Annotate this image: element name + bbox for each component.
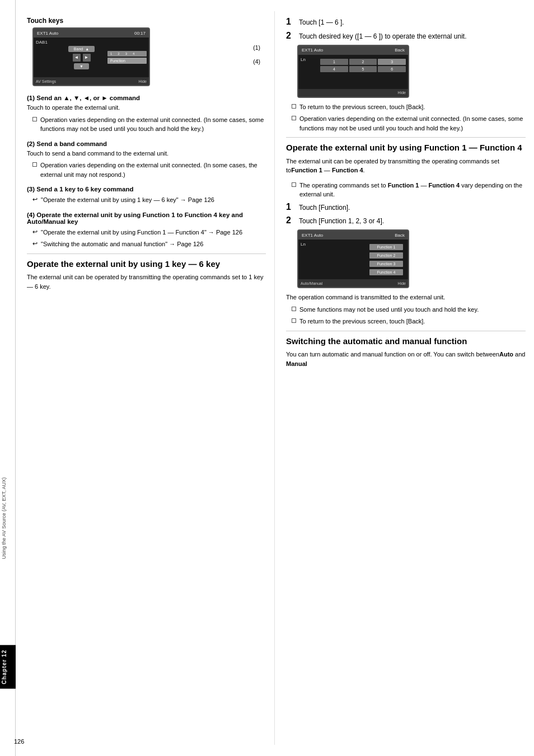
sub1-body: Touch to operate the external unit.: [27, 103, 266, 112]
sub4-bullet1-text: "Operate the external unit by using Func…: [41, 228, 266, 237]
touch-keys-title: Touch keys: [27, 17, 266, 25]
step4-note: The operation command is transmitted to …: [286, 293, 526, 302]
label-1: (1): [253, 44, 260, 51]
sub2-bullet1-text: Operation varies depending on the extern…: [40, 161, 266, 179]
step4-number: 2: [286, 215, 296, 226]
page-number: 126: [14, 738, 24, 745]
step2-number: 2: [286, 31, 296, 41]
nav-buttons: ◄ ►: [73, 54, 91, 62]
step2-bullet1-text: To return to the previous screen, touch …: [299, 102, 526, 112]
func3-btn: Function 3: [369, 261, 403, 267]
screen-right-btns: 1234 Function: [107, 40, 147, 75]
sub3-bullet1: ↩ "Operate the external unit by using 1 …: [32, 195, 266, 205]
section2-bullet1-text: The operating commands set to Function 1…: [299, 181, 526, 199]
one-to-four-row: 1234: [107, 51, 147, 57]
screen3-header: EXT1 Auto Back: [298, 231, 408, 240]
screen3-body: Ln Function 1 Function 2 Function 3 Func…: [298, 240, 408, 279]
divider: [27, 253, 266, 254]
screen-dab: DAB1: [36, 40, 55, 75]
bullet-icon: [292, 318, 296, 323]
sub-section-2: (2) Send a band command Touch to send a …: [27, 140, 266, 180]
step4-bullet2: To return to the previous screen, touch …: [292, 317, 526, 326]
band-btn: Band ▲: [68, 46, 95, 52]
bullet-icon: [292, 116, 296, 120]
screen-controls: Band ▲ ◄ ► ▼: [55, 40, 107, 75]
screen-body: DAB1 Band ▲ ◄ ►: [34, 37, 149, 77]
sub3-bullet1-text: "Operate the external unit by using 1 ke…: [41, 195, 266, 205]
device-diagram: (1) (2) (3) (4): [27, 27, 266, 86]
sidebar-label: Using the AV Source (AV, EXT, AUX): [0, 476, 16, 560]
step2-bullet2-text: Operation varies depending on the extern…: [299, 114, 526, 133]
step3-number: 1: [286, 202, 296, 212]
section2-bullet1: The operating commands set to Function 1…: [292, 181, 526, 199]
step1-number: 1: [286, 17, 296, 27]
step-4: 2 Touch [Function 1, 2, 3 or 4].: [286, 215, 526, 226]
step2-text: Touch desired key ([1 — 6 ]) to operate …: [299, 32, 526, 41]
screen-mockup: EXT1 Auto 00:17 DAB1 Band: [32, 27, 150, 86]
screen-function: EXT1 Auto Back Ln Function 1 Function 2 …: [297, 229, 409, 288]
main-content: Touch keys (1) (2) (3): [16, 0, 534, 756]
sub4-bullet2-text: "Switching the automatic and manual func…: [41, 240, 266, 249]
screen2-ln: Ln: [301, 57, 320, 87]
func-buttons-list: Function 1 Function 2 Function 3 Functio…: [320, 242, 406, 277]
num-5: 5: [349, 66, 377, 72]
bullet-icon: [32, 117, 37, 121]
sub-section-1: (1) Send an ▲, ▼, ◄, or ► command Touch …: [27, 95, 266, 134]
sub-section-4: (4) Operate the external unit by using F…: [27, 212, 266, 249]
left-column: Touch keys (1) (2) (3): [16, 11, 275, 745]
step2-bullet2: Operation varies depending on the extern…: [292, 114, 526, 133]
sub4-bullet2: ↩ "Switching the automatic and manual fu…: [32, 240, 266, 249]
arrow-icon: ↩: [32, 240, 38, 247]
sub2-heading: (2) Send a band command: [27, 140, 266, 147]
bullet-icon: [292, 104, 296, 109]
func1-btn: Function 1: [369, 244, 403, 250]
bullet-icon: [292, 182, 296, 187]
screen-1to6: EXT1 Auto Back Ln 1 2 3 4: [297, 45, 409, 98]
screen-footer: AV Settings Hide: [34, 77, 149, 85]
chapter-box: Chapter 12: [0, 645, 16, 689]
divider3: [286, 331, 526, 331]
section3-heading: Switching the automatic and manual funct…: [286, 336, 526, 347]
sub2-bullet1: Operation varies depending on the extern…: [32, 161, 266, 179]
step2-bullet1: To return to the previous screen, touch …: [292, 102, 526, 112]
num-2: 2: [349, 59, 377, 65]
section2-heading: Operate the external unit by using Funct…: [286, 142, 526, 153]
arrow-icon: ↩: [32, 228, 38, 236]
screen2-body: Ln 1 2 3 4 5 6: [298, 55, 408, 89]
num-1: 1: [320, 59, 348, 65]
sidebar: Chapter 12 Using the AV Source (AV, EXT,…: [0, 0, 16, 756]
step3-text: Touch [Function].: [299, 203, 526, 213]
step4-bullet2-text: To return to the previous screen, touch …: [299, 317, 526, 326]
function-btn: Function: [107, 58, 147, 64]
section2: Operate the external unit by using Funct…: [286, 142, 526, 199]
section1-intro: The external unit can be operated by tra…: [27, 273, 266, 291]
sub-section-3: (3) Send a 1 key to 6 key command ↩ "Ope…: [27, 186, 266, 205]
section3: Switching the automatic and manual funct…: [286, 336, 526, 369]
sub1-heading: (1) Send an ▲, ▼, ◄, or ► command: [27, 95, 266, 101]
func4-btn: Function 4: [369, 269, 403, 275]
section1-heading: Operate the external unit by using 1 key…: [27, 259, 266, 270]
step4-bullet1: Some functions may not be used until you…: [292, 305, 526, 314]
touch-keys-section: Touch keys (1) (2) (3): [27, 17, 266, 86]
sub1-bullet1-text: Operation varies depending on the extern…: [40, 115, 266, 134]
sub4-bullet1: ↩ "Operate the external unit by using Fu…: [32, 228, 266, 237]
step4-text: Touch [Function 1, 2, 3 or 4].: [299, 217, 526, 226]
screen2-num-grid: 1 2 3 4 5 6: [320, 57, 406, 87]
section2-intro: The external unit can be operated by tra…: [286, 157, 526, 175]
section3-intro: You can turn automatic and manual functi…: [286, 350, 526, 368]
num-4: 4: [320, 66, 348, 72]
label-4: (4): [253, 58, 260, 65]
bullet-icon: [32, 162, 37, 167]
screen2-footer: Hide: [298, 89, 408, 97]
num-6: 6: [378, 66, 406, 72]
right-column: 1 Touch [1 — 6 ]. 2 Touch desired key ([…: [275, 11, 534, 745]
section-1-key: Operate the external unit by using 1 key…: [27, 259, 266, 292]
sub1-bullet1: Operation varies depending on the extern…: [32, 115, 266, 134]
bullet-icon: [292, 307, 296, 311]
num-3: 3: [378, 59, 406, 65]
sub2-body: Touch to send a band command to the exte…: [27, 149, 266, 158]
band-btn-down: ▼: [74, 63, 89, 69]
step4-bullet1-text: Some functions may not be used until you…: [299, 305, 526, 314]
step-3: 1 Touch [Function].: [286, 202, 526, 213]
func2-btn: Function 2: [369, 252, 403, 259]
